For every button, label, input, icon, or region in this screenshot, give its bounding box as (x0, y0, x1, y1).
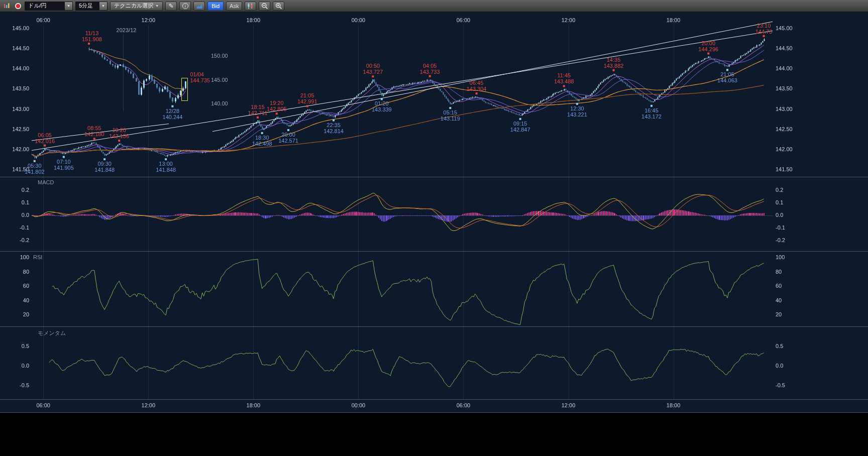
currency-pair-value: ドル/円 (25, 2, 64, 10)
ask-toggle[interactable]: Ask (226, 2, 242, 11)
timeframe-select[interactable]: 5分足 ▼ (75, 2, 107, 11)
chevron-down-icon[interactable]: ▼ (64, 2, 72, 10)
toolbar: ドル/円 ▼ 5分足 ▼ テクニカル選択 ▼ ✎ i Bid Ask (0, 0, 868, 12)
timeframe-value: 5分足 (76, 2, 99, 10)
zoom-out-button[interactable] (259, 2, 270, 11)
technical-select-button[interactable]: テクニカル選択 ▼ (110, 2, 163, 11)
app-window: { "toolbar": { "pair": "ドル/円", "timefram… (0, 0, 868, 456)
currency-pair-select[interactable]: ドル/円 ▼ (25, 2, 73, 11)
technical-select-label: テクニカル選択 (114, 2, 153, 10)
chart-type-button[interactable] (245, 2, 256, 11)
pencil-icon: ✎ (169, 3, 174, 10)
app-chart-icon[interactable] (3, 2, 11, 10)
candlestick-icon (247, 3, 254, 10)
area-chart-button[interactable] (193, 2, 205, 11)
zoom-out-icon (261, 3, 268, 10)
bid-toggle[interactable]: Bid (207, 2, 224, 11)
price-chart-canvas[interactable] (0, 12, 868, 456)
zoom-in-icon (275, 3, 282, 10)
red-globe-icon[interactable] (14, 2, 22, 10)
zoom-in-button[interactable] (273, 2, 284, 11)
area-chart-icon (196, 3, 203, 9)
info-icon: i (182, 3, 188, 9)
chevron-down-icon: ▼ (155, 4, 159, 8)
chevron-down-icon[interactable]: ▼ (99, 2, 107, 10)
draw-tool-button[interactable]: ✎ (165, 2, 177, 11)
info-button[interactable]: i (179, 2, 191, 11)
